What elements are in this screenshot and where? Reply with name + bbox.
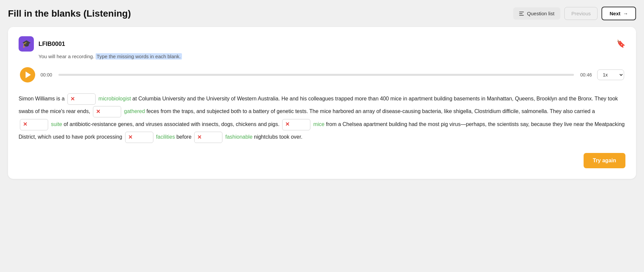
header-actions: Question list Previous Next → <box>513 7 636 20</box>
instruction-highlight: Type the missing words in each blank. <box>96 53 182 60</box>
passage-text-1: Simon Williams is a <box>19 96 66 101</box>
play-button[interactable] <box>20 67 35 82</box>
question-type-icon: 🎓 <box>19 36 34 52</box>
page-title: Fill in the blanks (Listening) <box>8 8 131 19</box>
error-icon-5: ✕ <box>128 131 132 144</box>
previous-button[interactable]: Previous <box>564 7 598 20</box>
time-end: 00:46 <box>579 72 592 77</box>
try-again-button[interactable]: Try again <box>584 153 625 168</box>
time-start: 00:00 <box>40 72 53 77</box>
answer-1: microbiologist <box>99 96 131 101</box>
speed-select[interactable]: 0.5x 0.75x 1x 1.25x 1.5x 2x <box>597 69 624 80</box>
error-icon-4: ✕ <box>285 118 289 131</box>
next-button[interactable]: Next → <box>602 7 636 20</box>
blank-4[interactable]: ✕ <box>282 119 310 130</box>
instruction: You will hear a recording. Type the miss… <box>39 54 625 59</box>
error-icon-1: ✕ <box>70 93 75 105</box>
blank-input-4[interactable] <box>291 122 307 127</box>
error-icon-3: ✕ <box>23 118 27 131</box>
card-header-left: 🎓 LFIB0001 <box>19 36 65 52</box>
blank-6[interactable]: ✕ <box>194 132 222 143</box>
blank-input-6[interactable] <box>203 134 219 140</box>
answer-4: mice <box>313 121 325 127</box>
passage-text-4: of antibiotic-resistance genes, and viru… <box>64 121 280 127</box>
error-icon-6: ✕ <box>197 131 201 144</box>
passage-text-6: before <box>176 134 191 140</box>
blank-2[interactable]: ✕ <box>93 106 121 117</box>
card-header: 🎓 LFIB0001 🔖 <box>19 36 625 52</box>
blank-input-5[interactable] <box>134 134 150 140</box>
page-header: Fill in the blanks (Listening) Question … <box>8 7 636 20</box>
blank-input-1[interactable] <box>76 96 93 102</box>
question-id: LFIB0001 <box>39 41 65 48</box>
blank-input-2[interactable] <box>102 109 118 115</box>
answer-6: fashionable <box>225 134 253 140</box>
progress-bar[interactable] <box>58 74 574 76</box>
answer-2: gathered <box>124 108 145 114</box>
question-list-button[interactable]: Question list <box>513 7 561 20</box>
bookmark-icon[interactable]: 🔖 <box>616 40 625 48</box>
answer-3: suite <box>51 121 62 127</box>
error-icon-2: ✕ <box>96 105 100 118</box>
audio-player: 00:00 00:46 0.5x 0.75x 1x 1.25x 1.5x 2x <box>19 67 625 82</box>
question-card: 🎓 LFIB0001 🔖 You will hear a recording. … <box>8 27 636 179</box>
list-icon <box>519 12 524 16</box>
passage-text-7: nightclubs took over. <box>254 134 302 140</box>
passage: Simon Williams is a ✕ microbiologist at … <box>19 92 625 144</box>
play-icon <box>26 71 31 78</box>
blank-5[interactable]: ✕ <box>125 132 153 143</box>
passage-text-3: feces from the traps, and subjected both… <box>146 108 595 114</box>
blank-input-3[interactable] <box>29 122 45 127</box>
blank-1[interactable]: ✕ <box>67 93 96 105</box>
answer-5: facilities <box>156 134 175 140</box>
arrow-right-icon: → <box>623 11 628 16</box>
blank-3[interactable]: ✕ <box>20 119 48 130</box>
